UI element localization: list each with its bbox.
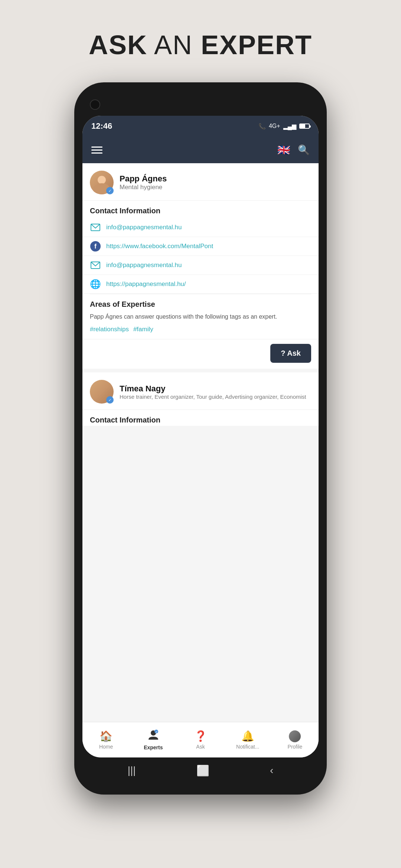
expert-info-timea: Tímea Nagy Horse trainer, Event organize… [120,384,306,400]
header-right: 🇬🇧 🔍 [277,144,310,156]
contact-section-title-timea: Contact Information [82,410,319,426]
nav-label-experts: Experts [144,744,163,750]
hamburger-menu[interactable] [91,147,102,154]
tag-family[interactable]: #family [133,326,153,333]
back-btn[interactable]: ‹ [270,765,273,776]
nav-item-ask[interactable]: ❓ Ask [177,730,224,750]
nav-label-profile: Profile [288,744,303,750]
home-icon: 🏠 [100,730,113,742]
contact-email-2[interactable]: info@pappagnesmental.hu [82,256,319,275]
status-time: 12:46 [91,121,112,131]
phone-shell: 12:46 📞 4G+ ▂▄▆ 🇬🇧 🔍 [74,82,327,795]
expert-header-papp: ✓ Papp Ágnes Mental hygiene [82,163,319,201]
search-button[interactable]: 🔍 [298,144,310,156]
battery-icon [299,124,310,129]
notifications-icon: 🔔 [241,730,254,742]
verified-badge-timea: ✓ [106,396,114,404]
ask-button-papp[interactable]: ? Ask [270,344,311,363]
contact-email-link-2[interactable]: info@pappagnesmental.hu [106,262,182,269]
content-area: ✓ Papp Ágnes Mental hygiene Contact Info… [82,163,319,722]
page-title: ASK AN EXPERT [89,30,312,60]
expertise-desc-papp: Papp Ágnes can answer questions with the… [90,312,311,321]
email-icon-2 [90,260,101,271]
ask-icon: ❓ [194,730,207,742]
status-bar: 12:46 📞 4G+ ▂▄▆ [82,116,319,137]
recent-apps-btn[interactable]: ||| [128,765,136,776]
contact-section-title: Contact Information [82,201,319,218]
ask-btn-row-papp: ? Ask [82,339,319,369]
expertise-section-papp: Areas of Expertise Papp Ágnes can answer… [82,294,319,339]
expertise-title: Areas of Expertise [90,300,311,310]
nav-item-notifications[interactable]: 🔔 Notificat... [224,730,271,750]
status-icons: 📞 4G+ ▂▄▆ [258,123,310,130]
profile-avatar [289,730,301,742]
contact-facebook[interactable]: f https://www.facebook.com/MentalPont [82,237,319,256]
nav-label-ask: Ask [196,744,205,750]
nav-item-profile[interactable]: Profile [271,730,319,750]
expert-specialty-papp: Mental hygiene [120,184,167,191]
expertise-tags: #relationships #family [90,326,311,333]
contact-section-partial: Contact Information [82,410,319,426]
contact-section-papp: Contact Information info@pappagnesmental… [82,201,319,294]
contact-facebook-link[interactable]: https://www.facebook.com/MentalPont [106,243,213,250]
home-btn[interactable]: ⬜ [196,765,209,777]
expert-card-timea: ✓ Tímea Nagy Horse trainer, Event organi… [82,372,319,426]
signal-icon: ▂▄▆ [283,123,296,130]
tag-relationships[interactable]: #relationships [90,326,129,333]
email-icon-1 [90,222,101,233]
svg-text:✓: ✓ [155,730,157,734]
expert-header-timea: ✓ Tímea Nagy Horse trainer, Event organi… [82,372,319,410]
facebook-icon: f [90,241,101,252]
contact-website-link[interactable]: https://pappagnesmental.hu/ [106,280,186,288]
nav-label-home: Home [99,744,113,750]
contact-email-1[interactable]: info@pappagnesmental.hu [82,218,319,237]
bottom-nav: 🏠 Home ✓ Experts ❓ Ask 🔔 [82,722,319,757]
language-flag[interactable]: 🇬🇧 [277,144,290,156]
call-icon: 📞 [258,123,266,130]
globe-icon: 🌐 [90,279,101,290]
camera-dot [90,99,100,110]
network-badge: 4G+ [269,123,280,129]
expert-name-papp: Papp Ágnes [120,174,167,184]
experts-icon: ✓ [148,729,159,743]
verified-badge-papp: ✓ [106,187,114,194]
app-header: 🇬🇧 🔍 [82,137,319,163]
nav-item-experts[interactable]: ✓ Experts [130,729,177,750]
expert-info-papp: Papp Ágnes Mental hygiene [120,174,167,191]
expert-name-timea: Tímea Nagy [120,384,306,394]
phone-screen: 12:46 📞 4G+ ▂▄▆ 🇬🇧 🔍 [82,116,319,757]
contact-email-link-1[interactable]: info@pappagnesmental.hu [106,224,182,231]
contact-website[interactable]: 🌐 https://pappagnesmental.hu/ [82,275,319,294]
nav-item-home[interactable]: 🏠 Home [82,730,130,750]
expert-specialty-timea: Horse trainer, Event organizer, Tour gui… [120,394,306,400]
nav-label-notifications: Notificat... [236,744,259,750]
phone-bottom-bar: ||| ⬜ ‹ [82,757,319,783]
expert-card-papp: ✓ Papp Ágnes Mental hygiene Contact Info… [82,163,319,369]
